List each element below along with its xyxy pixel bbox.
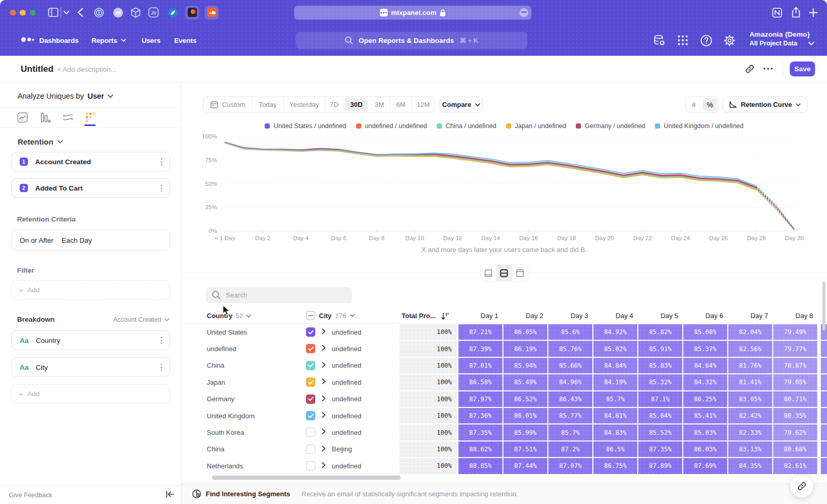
legend-item[interactable]: China / undefined	[437, 122, 496, 130]
row-checkbox-checked[interactable]	[306, 377, 315, 387]
share-icon[interactable]	[791, 0, 801, 25]
city-column-header[interactable]: City 176	[306, 311, 355, 320]
date-range-custom[interactable]: Custom	[204, 97, 252, 112]
copy-link-icon[interactable]	[742, 61, 757, 76]
retention-cell[interactable]: 88.85%	[458, 458, 502, 474]
settings-gear-icon[interactable]	[724, 35, 736, 49]
date-range-today[interactable]: Today	[252, 97, 284, 112]
retention-cell[interactable]: 83.13%	[728, 442, 772, 457]
retention-cell[interactable]: 85.08%	[683, 324, 727, 340]
absolute-numbers-toggle[interactable]: #	[686, 97, 702, 112]
retention-cell[interactable]: 84.64%	[683, 358, 727, 373]
tab-retention-icon[interactable]	[85, 111, 96, 124]
retention-cell[interactable]: 87.36%	[458, 408, 502, 423]
retention-cell[interactable]: 85.99%	[503, 424, 547, 440]
retention-cell[interactable]: 79.62%	[773, 424, 817, 440]
horizontal-scrollbar[interactable]	[212, 476, 401, 480]
retention-cell[interactable]: 79.77%	[773, 341, 817, 356]
share-link-floating-button[interactable]	[790, 474, 814, 498]
retention-cell[interactable]: 85.7%	[548, 424, 592, 440]
retention-cell[interactable]: 87.1%	[638, 391, 682, 407]
segments-title[interactable]: Find Interesting Segments	[206, 490, 290, 498]
retention-cell[interactable]: 87.35%	[458, 424, 502, 440]
account-switcher[interactable]: Amazonia {Demo} All Project Data	[749, 30, 810, 47]
report-description-placeholder[interactable]: + Add description...	[57, 66, 116, 73]
retention-cell[interactable]: 84.81%	[593, 408, 637, 423]
retention-step-b[interactable]: 2 Added To Cart	[11, 178, 170, 198]
expand-row-icon[interactable]	[322, 427, 326, 436]
day-column-header[interactable]: Day 4	[593, 312, 637, 320]
extension-cube-icon[interactable]	[130, 0, 141, 25]
retention-cell[interactable]: 87.69%	[683, 458, 727, 474]
add-filter-button[interactable]: + Add	[11, 280, 170, 300]
legend-item[interactable]: United States / undefined	[265, 122, 346, 130]
expand-row-icon[interactable]	[322, 327, 326, 336]
retention-cell[interactable]: 80.68%	[773, 442, 817, 457]
retention-cell[interactable]: 87.35%	[638, 442, 682, 457]
browser-sidebar-toggle-icon[interactable]	[48, 0, 58, 25]
retention-cell[interactable]: 85.82%	[638, 324, 682, 340]
mixpanel-logo[interactable]	[21, 37, 34, 42]
retention-cell[interactable]: 80.35%	[773, 408, 817, 423]
retention-cell[interactable]: 85.76%	[548, 341, 592, 356]
retention-cell[interactable]: 85.66%	[548, 358, 592, 373]
retention-cell[interactable]: 81.41%	[728, 374, 772, 390]
retention-cell[interactable]: 88.62%	[458, 442, 502, 457]
day-column-header[interactable]: Day 6	[683, 312, 727, 320]
date-range-yesterday[interactable]: Yesterday	[284, 97, 325, 112]
tab-funnels-icon[interactable]	[40, 111, 51, 124]
legend-item[interactable]: Japan / undefined	[506, 122, 566, 130]
notion-app-icon[interactable]	[772, 0, 782, 25]
expand-row-icon[interactable]	[322, 411, 326, 420]
retention-line-chart[interactable]: 0%25%50%75%100%< 1 DayDay 2Day 4Day 6Day…	[181, 132, 827, 256]
retention-cell[interactable]: 84.83%	[593, 424, 637, 440]
collapse-sidebar-icon[interactable]	[166, 491, 174, 500]
retention-cell[interactable]: 84.96%	[548, 374, 592, 390]
more-options-icon[interactable]	[760, 61, 776, 76]
retention-cell[interactable]: 86.01%	[503, 408, 547, 423]
extension-avatar-icon[interactable]: m	[113, 0, 123, 25]
retention-cell[interactable]: 87.89%	[638, 458, 682, 474]
retention-cell[interactable]: 79.05%	[773, 374, 817, 390]
retention-cell[interactable]: 87.01%	[458, 358, 502, 373]
retention-cell[interactable]: 80.71%	[773, 391, 817, 407]
retention-cell[interactable]: 87.39%	[458, 341, 502, 356]
layout-table-only-icon[interactable]	[512, 265, 528, 281]
retention-cell[interactable]: 82.42%	[728, 408, 772, 423]
criteria-type-dropdown[interactable]: On or After	[20, 237, 53, 244]
row-checkbox-checked[interactable]	[306, 344, 315, 353]
tab-flows-icon[interactable]	[63, 111, 73, 124]
step-options-icon[interactable]	[161, 158, 162, 165]
retention-cell[interactable]: 84.35%	[728, 458, 772, 474]
analyze-entity-dropdown[interactable]: User	[87, 92, 104, 100]
sort-descending-icon[interactable]	[441, 312, 449, 322]
row-checkbox-checked[interactable]	[306, 361, 315, 370]
retention-cell[interactable]: 85.7%	[593, 391, 637, 407]
compare-button[interactable]: Compare	[439, 97, 483, 113]
retention-cell[interactable]: 85.91%	[638, 341, 682, 356]
table-search-input[interactable]: Search	[206, 287, 352, 303]
chart-type-dropdown[interactable]: Retention Curve	[723, 97, 807, 113]
retention-cell[interactable]: 82.33%	[728, 424, 772, 440]
retention-cell[interactable]: 85.02%	[593, 341, 637, 356]
retention-cell[interactable]: 86.05%	[503, 324, 547, 340]
breakdown-event-dropdown[interactable]: Account Created	[113, 316, 170, 323]
window-zoom-button[interactable]	[30, 10, 36, 16]
nav-events[interactable]: Events	[174, 25, 196, 56]
url-options-icon[interactable]: •••	[519, 8, 528, 17]
retention-cell[interactable]: 87.97%	[458, 391, 502, 407]
row-checkbox-unchecked[interactable]	[306, 428, 315, 437]
retention-cell[interactable]: 84.84%	[593, 358, 637, 373]
retention-cell[interactable]: 85.03%	[683, 424, 727, 440]
date-range-3m[interactable]: 3M	[369, 97, 390, 112]
row-checkbox-unchecked[interactable]	[306, 461, 315, 470]
retention-cell[interactable]: 83.05%	[728, 391, 772, 407]
date-range-6m[interactable]: 6M	[390, 97, 412, 112]
expand-row-icon[interactable]	[322, 461, 326, 470]
data-management-icon[interactable]	[653, 35, 666, 49]
retention-cell[interactable]: 86.43%	[548, 391, 592, 407]
day-column-header[interactable]: Day 2	[503, 312, 547, 320]
retention-cell[interactable]: 85.41%	[683, 408, 727, 423]
layout-split-icon[interactable]	[496, 265, 512, 281]
day-column-header[interactable]: Day 7	[728, 312, 772, 320]
